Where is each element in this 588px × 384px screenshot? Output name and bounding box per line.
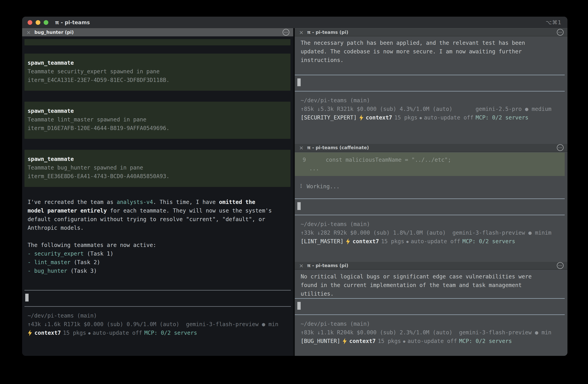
message-line: default configuration without trying to …	[28, 215, 291, 224]
tool-call-result: Teammate bug_hunter spawned in pane	[28, 163, 287, 172]
token-stats-line: ↑85k ↓5.3k R321k $0.000 (sub) 4.3%/1.0M …	[301, 105, 565, 114]
spinner-icon: ⠇	[300, 182, 304, 191]
cwd-line: ~/dev/pi-teams (main)	[301, 220, 565, 229]
packages-count: 15 pkgs	[381, 237, 404, 246]
pane-bug-hunter-report: × π - pi-teams (pi) ⋯ No critical logica…	[295, 261, 567, 356]
auto-update-state: auto-update off	[93, 329, 142, 337]
extension-name: context7	[353, 237, 379, 246]
extension-name: context7	[349, 337, 376, 346]
working-indicator: ⠇ Working...	[295, 182, 565, 191]
pane-bug-hunter: × bug_hunter (pi) ⋯ spawn_teammate Teamm…	[22, 28, 293, 356]
message-line: utilities.	[301, 289, 565, 298]
tab-menu-icon[interactable]: ⋯	[557, 262, 564, 269]
session-status: ~/dev/pi-teams (main) ↑33k ↓282 R92k $0.…	[295, 215, 565, 246]
lightning-icon	[359, 115, 364, 121]
pane-security-expert: × π - pi-teams (pi) ⋯ The necessary patc…	[295, 28, 567, 144]
message-line: No critical logical bugs or significant …	[301, 272, 565, 281]
tabbar-lint-master: × π - pi-teams (caffeinate) ⋯	[295, 144, 567, 152]
message-line: The following teammates are now active:	[28, 241, 291, 250]
message-line: model parameter entirely for each teamma…	[28, 207, 291, 215]
auto-update-state: auto-update off	[411, 237, 460, 246]
inline-code: model	[28, 208, 44, 214]
token-stats-line: ↑33k ↓282 R92k $0.000 (sub) 1.8%/1.0M (a…	[301, 229, 565, 237]
mcp-servers-status: MCP: 0/2 servers	[144, 329, 197, 337]
dot-icon: ●	[420, 114, 422, 122]
text-cursor	[297, 202, 301, 210]
pane-divider[interactable]	[293, 28, 295, 356]
tab-title[interactable]: π - pi-teams (pi)	[307, 30, 348, 35]
prompt-input[interactable]	[24, 290, 291, 307]
code-line: 9 const maliciousTeamName = "../../etc";	[303, 156, 565, 164]
window-titlebar[interactable]: π - pi-teams ⌥⌘1	[22, 17, 567, 28]
close-tab-icon[interactable]: ×	[26, 29, 31, 35]
tab-menu-icon[interactable]: ⋯	[557, 29, 564, 36]
mcp-servers-status: MCP: 0/2 servers	[476, 114, 528, 122]
close-tab-icon[interactable]: ×	[299, 29, 304, 35]
token-stats-line: ↑43k ↓1.6k R171k $0.000 (sub) 0.9%/1.0M …	[28, 320, 291, 329]
dot-icon: ●	[403, 337, 405, 346]
tool-call-card: spawn_teammate Teammate bug_hunter spawn…	[24, 150, 291, 187]
agent-status-line: [SECURITY_EXPERT] context7 15 pkgs ● aut…	[301, 114, 565, 122]
tool-call-result: Teammate security_expert spawned in pane	[28, 67, 287, 76]
assistant-message: The necessary patch has been applied, an…	[295, 36, 565, 64]
assistant-message: I've recreated the team as analysts-v4. …	[24, 198, 291, 275]
extension-name: context7	[34, 329, 61, 337]
traffic-lights	[28, 20, 48, 25]
tab-title[interactable]: π - pi-teams (pi)	[307, 263, 348, 268]
cwd-line: ~/dev/pi-teams (main)	[28, 311, 291, 320]
prompt-input[interactable]	[295, 298, 565, 315]
blank-line	[28, 232, 291, 241]
tool-call-card: spawn_teammate Teammate security_expert …	[24, 54, 291, 91]
cwd-line: ~/dev/pi-teams (main)	[301, 96, 565, 105]
assistant-message: No critical logical bugs or significant …	[295, 270, 565, 298]
session-status: ~/dev/pi-teams (main) ↑83k ↓1.1k R204k $…	[295, 315, 565, 346]
text-cursor	[25, 294, 29, 302]
close-window-button[interactable]	[28, 20, 32, 25]
tool-call-name: spawn_teammate	[28, 107, 287, 115]
packages-count: 15 pkgs	[378, 337, 401, 346]
agent-name: [SECURITY_EXPERT]	[301, 114, 357, 122]
tool-call-name: spawn_teammate	[28, 155, 287, 163]
terminal-output[interactable]: spawn_teammate Teammate security_expert …	[22, 36, 293, 356]
auto-update-state: auto-update off	[408, 337, 457, 346]
tab-title[interactable]: π - pi-teams (caffeinate)	[307, 145, 369, 150]
right-pane-stack: × π - pi-teams (pi) ⋯ The necessary patc…	[295, 28, 567, 356]
terminal-output[interactable]: 9 const maliciousTeamName = "../../etc";…	[295, 152, 567, 261]
minimize-window-button[interactable]	[36, 20, 40, 25]
agent-name: [LINT_MASTER]	[301, 237, 343, 246]
close-tab-icon[interactable]: ×	[299, 263, 304, 269]
lightning-icon	[28, 330, 32, 336]
code-line: ...	[303, 164, 565, 173]
code-snippet-card: 9 const maliciousTeamName = "../../etc";…	[295, 153, 565, 176]
dot-icon: ●	[88, 329, 90, 337]
tool-call-card: spawn_teammate Teammate lint_master spaw…	[24, 102, 291, 139]
tab-menu-icon[interactable]: ⋯	[557, 144, 564, 151]
prompt-input[interactable]	[295, 198, 565, 215]
terminal-output[interactable]: No critical logical bugs or significant …	[295, 270, 567, 356]
packages-count: 15 pkgs	[394, 114, 417, 122]
prompt-input[interactable]	[295, 75, 565, 92]
session-status: ~/dev/pi-teams (main) ↑43k ↓1.6k R171k $…	[24, 307, 291, 337]
close-tab-icon[interactable]: ×	[299, 145, 304, 151]
terminal-window: π - pi-teams ⌥⌘1 × bug_hunter (pi) ⋯ spa…	[22, 17, 567, 356]
text-cursor	[297, 302, 301, 310]
zoom-window-button[interactable]	[44, 20, 48, 25]
dot-icon: ●	[406, 237, 408, 246]
message-line: I've recreated the team as analysts-v4. …	[28, 198, 291, 207]
tabbar-bug-hunter: × bug_hunter (pi) ⋯	[22, 28, 293, 36]
window-title: π - pi-teams	[55, 19, 90, 25]
agent-status-line: context7 15 pkgs ● auto-update off MCP: …	[28, 329, 291, 337]
terminal-output[interactable]: The necessary patch has been applied, an…	[295, 36, 567, 144]
tab-title[interactable]: bug_hunter (pi)	[34, 30, 74, 35]
message-line: updated. The codebase is now more secure…	[301, 47, 565, 56]
cwd-line: ~/dev/pi-teams (main)	[301, 320, 565, 328]
tool-call-card-partial	[24, 39, 291, 45]
session-status: ~/dev/pi-teams (main) ↑85k ↓5.3k R321k $…	[295, 92, 565, 122]
message-line: The necessary patch has been applied, an…	[301, 39, 565, 47]
mcp-servers-status: MCP: 0/2 servers	[459, 337, 512, 346]
tool-call-result: iterm_D16E7AFB-120E-4644-B819-9AFFA05496…	[28, 124, 287, 133]
message-line: found in the current implementation of t…	[301, 281, 565, 289]
tab-menu-icon[interactable]: ⋯	[283, 29, 289, 36]
mcp-servers-status: MCP: 0/2 servers	[462, 237, 515, 246]
message-line: Anthropic models.	[28, 224, 291, 232]
